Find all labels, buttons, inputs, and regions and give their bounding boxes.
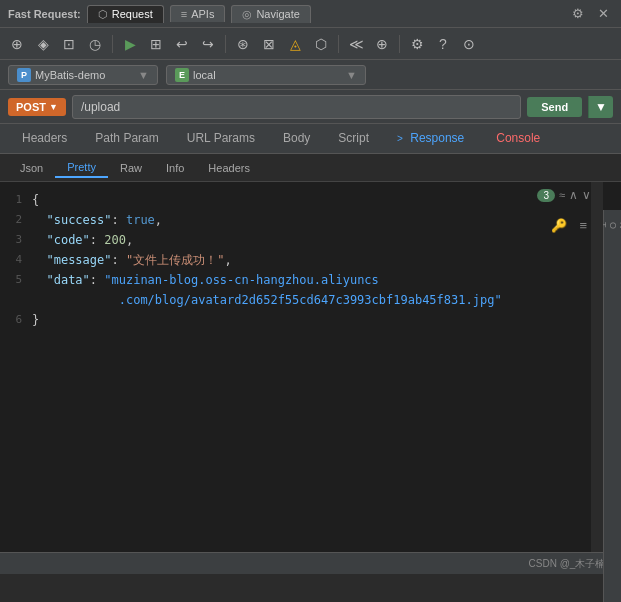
project-dropdown-icon: ▼ (138, 69, 149, 81)
copy-icon[interactable]: 🔑 (547, 216, 571, 235)
request-icon: ⬡ (98, 8, 108, 21)
footer-text: CSDN @_木子楠_ (529, 557, 611, 571)
request-tab-bar: Headers Path Param URL Params Body Scrip… (0, 124, 621, 154)
project-name: MyBatis-demo (35, 69, 105, 81)
code-line-5a: "data": "muzinan-blog.oss-cn-hangzhou.al… (32, 270, 613, 290)
main-toolbar: ⊕ ◈ ⊡ ◷ ▶ ⊞ ↩ ↪ ⊛ ⊠ ◬ ⬡ ≪ ⊕ ⚙ ? ⊙ (0, 28, 621, 60)
export-icon[interactable]: ⊞ (145, 33, 167, 55)
project-select[interactable]: P MyBatis-demo ▼ (8, 65, 158, 85)
project-badge: P (17, 68, 31, 82)
tab-request[interactable]: ⬡ Request (87, 5, 164, 23)
warning-icon[interactable]: ◬ (284, 33, 306, 55)
tab-body[interactable]: Body (269, 127, 324, 151)
env-bar: P MyBatis-demo ▼ E local ▼ (0, 60, 621, 90)
sub-tab-headers[interactable]: Headers (196, 159, 262, 177)
code-copy-toolbar: 🔑 ≡ (547, 216, 591, 235)
env-select[interactable]: E local ▼ (166, 65, 366, 85)
right-sidebar: NOT (603, 210, 621, 602)
gear-icon[interactable]: ⚙ (406, 33, 428, 55)
info-icon[interactable]: ⊙ (458, 33, 480, 55)
navigate-icon: ◎ (242, 8, 252, 21)
timer-icon[interactable]: ◷ (84, 33, 106, 55)
app-label: Fast Request: (8, 8, 81, 20)
response-arrow: > (397, 133, 403, 144)
url-bar: POST ▼ Send ▼ (0, 90, 621, 124)
play-icon[interactable]: ▶ (119, 33, 141, 55)
sub-tab-pretty[interactable]: Pretty (55, 158, 108, 178)
url-input[interactable] (72, 95, 521, 119)
title-bar: Fast Request: ⬡ Request ≡ APIs ◎ Navigat… (0, 0, 621, 28)
redo-icon[interactable]: ↪ (197, 33, 219, 55)
new-icon[interactable]: ⊕ (6, 33, 28, 55)
env-dropdown-icon: ▼ (346, 69, 357, 81)
add-icon[interactable]: ⊕ (371, 33, 393, 55)
tab-navigate[interactable]: ◎ Navigate (231, 5, 310, 23)
compress-icon[interactable]: ≪ (345, 33, 367, 55)
tab-url-params[interactable]: URL Params (173, 127, 269, 151)
code-line-5b: .com/blog/avatard2d652f55cd647c3993cbf19… (32, 290, 613, 310)
send-button[interactable]: Send (527, 97, 582, 117)
code-line-4: "message": "文件上传成功！", (32, 250, 613, 270)
match-down-icon[interactable]: ∨ (582, 188, 591, 202)
code-content: { "success": true, "code": 200, "message… (28, 182, 621, 552)
sub-tab-info[interactable]: Info (154, 159, 196, 177)
tab-apis[interactable]: ≡ APIs (170, 5, 226, 22)
network-icon[interactable]: ⬡ (310, 33, 332, 55)
match-label: ≈ (559, 189, 565, 201)
env-name: local (193, 69, 216, 81)
match-up-icon[interactable]: ∧ (569, 188, 578, 202)
code-line-2: "success": true, (32, 210, 613, 230)
grid-icon[interactable]: ⊡ (58, 33, 80, 55)
scrollbar-area[interactable] (591, 182, 603, 552)
config-icon[interactable]: ⊛ (232, 33, 254, 55)
footer: CSDN @_木子楠_ (0, 552, 621, 574)
method-chevron: ▼ (49, 102, 58, 112)
tab-console[interactable]: Console (482, 127, 554, 151)
help-icon[interactable]: ? (432, 33, 454, 55)
method-label: POST (16, 101, 46, 113)
sub-tab-raw[interactable]: Raw (108, 159, 154, 177)
sub-tab-json[interactable]: Json (8, 159, 55, 177)
tab-headers[interactable]: Headers (8, 127, 81, 151)
main-wrapper: 3 ≈ ∧ ∨ 🔑 ≡ 1 2 3 4 5 6 { "success": t (0, 182, 621, 552)
env-badge: E (175, 68, 189, 82)
response-sub-tab-bar: Json Pretty Raw Info Headers (0, 154, 621, 182)
delete-icon[interactable]: ⊠ (258, 33, 280, 55)
apis-icon: ≡ (181, 8, 187, 20)
method-selector[interactable]: POST ▼ (8, 98, 66, 116)
format-icon[interactable]: ≡ (575, 216, 591, 235)
line-numbers: 1 2 3 4 5 6 (0, 182, 28, 330)
close-icon[interactable]: ✕ (594, 4, 613, 23)
settings-icon[interactable]: ⚙ (568, 4, 588, 23)
code-line-1: { (32, 190, 613, 210)
code-line-3: "code": 200, (32, 230, 613, 250)
send-dropdown[interactable]: ▼ (588, 96, 613, 118)
tab-path-param[interactable]: Path Param (81, 127, 172, 151)
match-count-badge: 3 (537, 189, 555, 202)
undo-icon[interactable]: ↩ (171, 33, 193, 55)
code-line-6: } (32, 310, 613, 330)
tab-script[interactable]: Script (324, 127, 383, 151)
code-toolbar: 3 ≈ ∧ ∨ (537, 188, 591, 202)
tab-response[interactable]: > Response (383, 127, 478, 151)
save-icon[interactable]: ◈ (32, 33, 54, 55)
